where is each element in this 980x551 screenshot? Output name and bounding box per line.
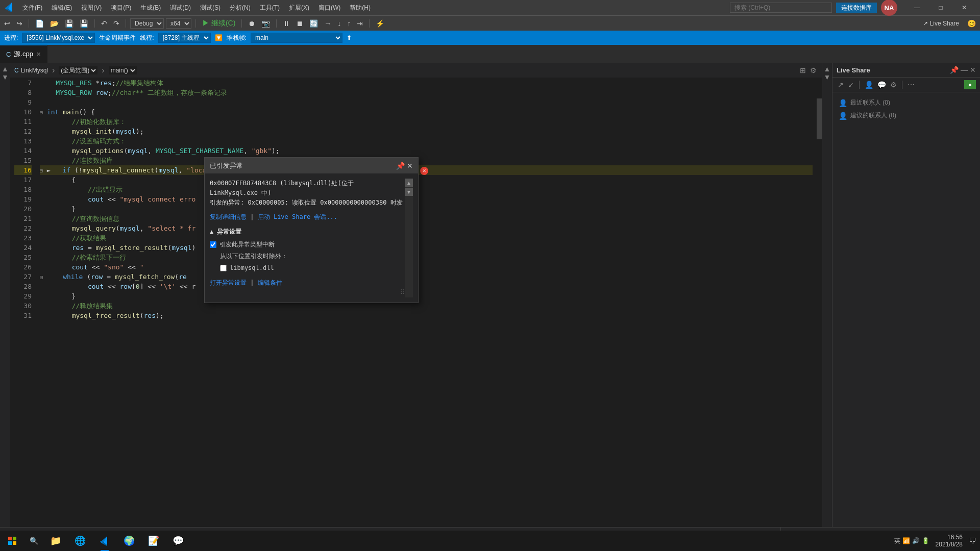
step-into-button[interactable]: ↓ bbox=[335, 18, 343, 29]
exception-setting-1: 引发此异常类型中断 bbox=[210, 240, 405, 249]
copy-detail-link[interactable]: 复制详细信息 bbox=[210, 213, 247, 220]
ls-chat-button[interactable]: 💬 bbox=[876, 80, 887, 90]
thread-select[interactable]: [8728] 主线程 bbox=[158, 33, 211, 43]
exception-resize-handle[interactable]: ⠿ bbox=[210, 288, 405, 297]
title-search-input[interactable] bbox=[730, 3, 832, 13]
new-file-button[interactable]: 📄 bbox=[33, 18, 46, 29]
menu-edit[interactable]: 编辑(E) bbox=[47, 3, 76, 13]
exception-close-button[interactable]: ✕ bbox=[407, 162, 413, 170]
ls-settings-button[interactable]: ⚙ bbox=[889, 80, 898, 90]
stop-button[interactable]: ⏹ bbox=[294, 18, 305, 29]
open-exception-settings-link[interactable]: 打开异常设置 bbox=[210, 279, 247, 286]
stack-action-icon[interactable]: ⬆ bbox=[347, 34, 352, 41]
taskbar-app-explorer[interactable]: 📁 bbox=[43, 531, 68, 551]
user-avatar[interactable]: NA bbox=[881, 0, 897, 16]
menu-tools[interactable]: 工具(T) bbox=[256, 3, 284, 13]
taskbar-lang[interactable]: 英 bbox=[894, 537, 900, 545]
breadcrumb-separator-2: › bbox=[102, 66, 104, 75]
ls-contacts-button[interactable]: 👤 bbox=[864, 80, 874, 90]
stack-frame-select[interactable]: main bbox=[251, 33, 342, 43]
live-share-panel-close[interactable]: ✕ bbox=[970, 66, 976, 74]
redo-button[interactable]: ↷ bbox=[111, 18, 121, 29]
menu-project[interactable]: 项目(P) bbox=[107, 3, 135, 13]
expand-editor-button[interactable]: ⊞ bbox=[799, 65, 807, 76]
taskbar-app-edge[interactable]: 🌐 bbox=[68, 531, 92, 551]
exception-break-checkbox[interactable] bbox=[210, 241, 216, 248]
start-button[interactable] bbox=[0, 531, 24, 551]
menu-debug[interactable]: 调试(D) bbox=[166, 3, 195, 13]
undo-button[interactable]: ↶ bbox=[99, 18, 109, 29]
libmysql-exclude-label[interactable]: libmysql.dll bbox=[220, 263, 405, 273]
libmysql-exclude-checkbox[interactable] bbox=[220, 265, 227, 271]
taskbar-app-wechat[interactable]: 💬 bbox=[166, 531, 190, 551]
run-to-cursor-button[interactable]: ⇥ bbox=[355, 18, 365, 29]
ls-share-button[interactable]: ↗ bbox=[837, 80, 845, 90]
nav-back-button[interactable]: ↩ bbox=[2, 18, 12, 29]
process-select[interactable]: [3556] LinkMysql.exe bbox=[22, 33, 95, 43]
taskbar-app-vs[interactable] bbox=[92, 531, 117, 551]
record-button[interactable]: ⏺ bbox=[246, 18, 257, 29]
menu-test[interactable]: 测试(S) bbox=[196, 3, 225, 13]
file-name-label: LinkMysql bbox=[21, 67, 48, 74]
connect-db-button[interactable]: 连接数据库 bbox=[836, 3, 877, 13]
maximize-button[interactable]: □ bbox=[929, 0, 952, 15]
ls-more-button[interactable]: ⋯ bbox=[906, 80, 916, 90]
minimize-button[interactable]: — bbox=[905, 0, 929, 15]
menu-analyze[interactable]: 分析(N) bbox=[226, 3, 255, 13]
menu-help[interactable]: 帮助(H) bbox=[346, 3, 375, 13]
diagnostic-button[interactable]: ⚡ bbox=[374, 18, 386, 29]
exception-settings-title[interactable]: ▲ 异常设置 bbox=[210, 227, 405, 237]
left-collapse-down[interactable]: ▼ bbox=[2, 73, 9, 81]
nav-forward-button[interactable]: ↪ bbox=[14, 18, 24, 29]
taskbar-app-vscode[interactable]: 📝 bbox=[141, 531, 166, 551]
tab-close-button[interactable]: ✕ bbox=[36, 51, 41, 58]
taskbar-app-chrome[interactable]: 🌍 bbox=[117, 531, 141, 551]
debug-config-select[interactable]: Debug bbox=[130, 18, 164, 29]
platform-select[interactable]: x64 bbox=[166, 18, 191, 29]
save-button[interactable]: 💾 bbox=[63, 18, 76, 29]
editor-area: C LinkMysql › (全局范围) › main() ⊞ ⚙ 789101… bbox=[10, 63, 822, 527]
menu-build[interactable]: 生成(B) bbox=[136, 3, 165, 13]
menu-view[interactable]: 视图(V) bbox=[77, 3, 106, 13]
edit-conditions-link[interactable]: 编辑条件 bbox=[258, 279, 282, 286]
taskbar-notification-icon[interactable]: 🗨 bbox=[969, 537, 976, 545]
code-content[interactable]: MYSQL_RES *res;//结果集结构体 MYSQL_ROW row;//… bbox=[36, 78, 817, 527]
step-over-button[interactable]: → bbox=[322, 18, 333, 29]
exception-scroll-up[interactable]: ▲ bbox=[405, 179, 413, 187]
toolbar-separator-5 bbox=[241, 19, 242, 28]
live-share-session-link[interactable]: 启动 Live Share 会话... bbox=[258, 213, 337, 220]
debug-bar: 进程: [3556] LinkMysql.exe 生命周期事件 线程: [872… bbox=[0, 31, 980, 45]
taskbar-clock[interactable]: 16:56 2021/8/28 bbox=[932, 534, 967, 548]
restart-button[interactable]: 🔄 bbox=[307, 18, 320, 29]
function-select[interactable]: main() bbox=[109, 66, 137, 74]
live-share-panel-minimize[interactable]: — bbox=[961, 66, 968, 74]
ls-join-button[interactable]: ↙ bbox=[847, 80, 855, 90]
editor-scrollbar-thumb[interactable] bbox=[817, 98, 822, 139]
open-file-button[interactable]: 📂 bbox=[48, 18, 61, 29]
left-collapse-up[interactable]: ▲ bbox=[2, 65, 9, 73]
tab-source-cpp[interactable]: C 源.cpp ✕ bbox=[0, 45, 47, 63]
menu-extensions[interactable]: 扩展(X) bbox=[285, 3, 313, 13]
live-share-toolbar-button[interactable]: ↗ Live Share bbox=[919, 19, 963, 28]
exception-pin-button[interactable]: 📌 bbox=[396, 162, 405, 170]
save-all-button[interactable]: 💾 bbox=[78, 18, 90, 29]
ls-start-button[interactable]: ● bbox=[964, 80, 976, 89]
right-collapse-down[interactable]: ▼ bbox=[824, 73, 831, 81]
close-button[interactable]: ✕ bbox=[952, 0, 976, 15]
editor-settings-button[interactable]: ⚙ bbox=[809, 65, 818, 76]
live-share-panel-pin[interactable]: 📌 bbox=[950, 66, 959, 74]
screenshot-button[interactable]: 📷 bbox=[259, 18, 272, 29]
taskbar-search-icon: 🔍 bbox=[30, 537, 38, 545]
step-out-button[interactable]: ↑ bbox=[345, 18, 353, 29]
right-collapse-up[interactable]: ▲ bbox=[824, 65, 831, 73]
menu-window[interactable]: 窗口(W) bbox=[314, 3, 345, 13]
editor-vertical-scrollbar[interactable] bbox=[817, 78, 822, 527]
continue-button[interactable]: ▶ 继续(C) bbox=[200, 18, 237, 29]
taskbar-search[interactable]: 🔍 bbox=[24, 537, 43, 545]
exception-scroll-down[interactable]: ▼ bbox=[405, 188, 413, 196]
code-line-10: ⊟ int main() { bbox=[40, 107, 813, 117]
pause-button[interactable]: ⏸ bbox=[281, 18, 292, 29]
scope-select[interactable]: (全局范围) bbox=[59, 66, 97, 74]
menu-file[interactable]: 文件(F) bbox=[18, 3, 46, 13]
feedback-button[interactable]: 😊 bbox=[965, 18, 978, 29]
